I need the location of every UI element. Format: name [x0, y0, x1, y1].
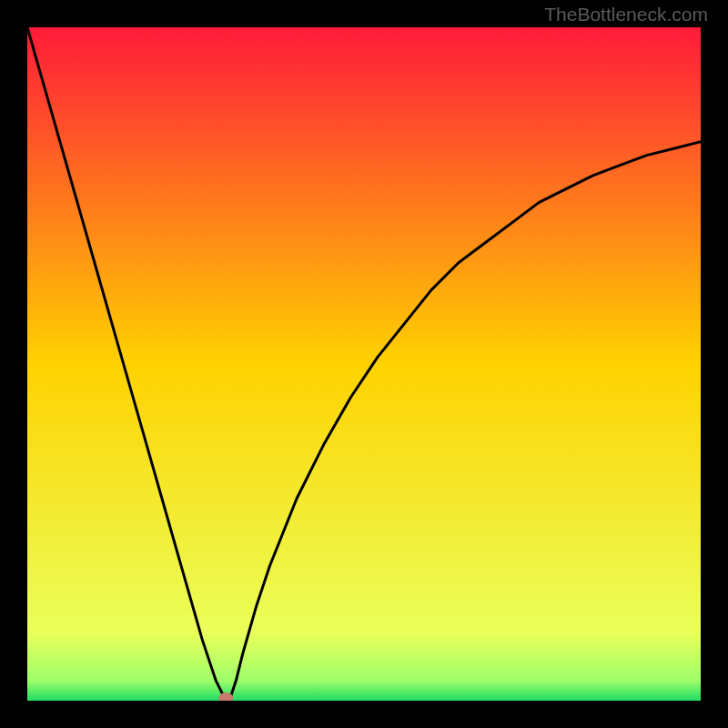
chart-background [27, 27, 701, 701]
watermark-text: TheBottleneck.com [544, 4, 708, 25]
bottleneck-chart [27, 27, 701, 701]
